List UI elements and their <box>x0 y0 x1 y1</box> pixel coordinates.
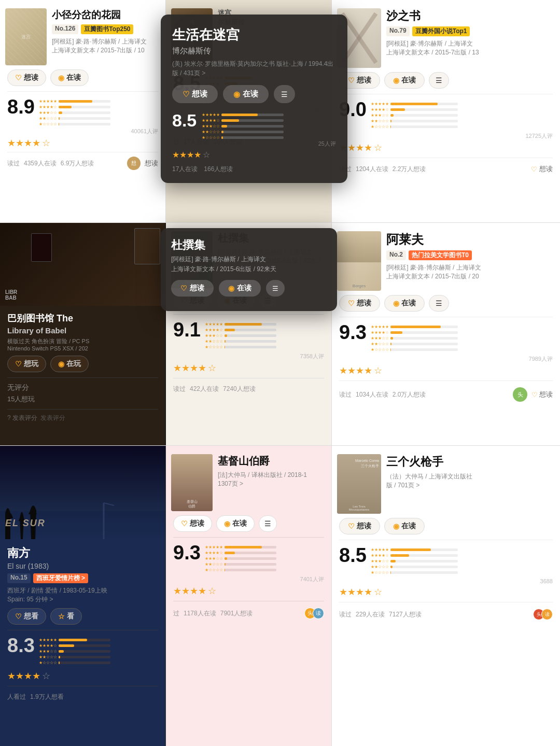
btn-see-nanfang[interactable]: ☆ 看 <box>50 608 82 625</box>
heart-icon: ♡ <box>15 74 22 82</box>
meta1-nanfang: 西班牙 / 剧情 爱情 / 1983-05-19上映 <box>7 586 158 595</box>
meta1-sanhuo: （法）大仲马 / 上海译文出版社 <box>386 472 553 481</box>
meta2-shazhi: 上海译文新文本 / 2015-7出版 / 13 <box>386 48 553 57</box>
card-alaife: Borges 阿莱夫 No.2 热门拉美文学图书T0 [阿根廷] 豪·路·博尔赫… <box>332 223 560 445</box>
overlay-btn-extra[interactable]: ☰ <box>274 85 295 103</box>
badge-num-shazhi: No.79 <box>386 26 410 36</box>
overlay-title: 生活在迷宫 <box>172 26 336 44</box>
overlay-btn-want[interactable]: ♡ 想读 <box>172 85 218 103</box>
badge-num-nanfang: No.15 <box>7 573 31 583</box>
overlay2-meta1: [阿根廷] 豪·路·博尔赫斯 / 上海译文 <box>171 255 327 264</box>
btn-want-nanfang[interactable]: ♡ 想看 <box>7 608 46 625</box>
want-play-babel: 15人想玩 <box>7 395 158 404</box>
meta2-sanhuo: 版 / 701页 > <box>386 481 553 490</box>
btn-extra-jidushan[interactable]: ☰ <box>259 515 277 532</box>
book-thumb-alaife: Borges <box>337 231 381 291</box>
badge-tag-alaife: 热门拉美文学图书T0 <box>409 250 472 260</box>
no-score-babel: 无评分 <box>7 383 158 392</box>
btn-extra-shazhi[interactable]: ☰ <box>429 72 449 89</box>
overlay-meta: (美) 埃米尔·罗德里格斯·莫内加尔之书 版社·上海 / 1994.4出版 / … <box>172 59 336 78</box>
meta2-babel: Nintendo Switch PS5 XSX / 202 <box>7 345 158 351</box>
card-jidushanbo: 基督山伯爵 基督山伯爵 [法]大仲马 / 译林出版社 / 2018-1 1307… <box>166 446 332 746</box>
overlay2-btn-extra[interactable]: ☰ <box>266 280 285 297</box>
meta2-jidushan: 1307页 > <box>218 480 324 488</box>
overlay2-meta2: 上海译文新文本 / 2015-6出版 / 92来天 <box>171 265 327 274</box>
overlay-shenghuo: 生活在迷宫 博尔赫斯传 (美) 埃米尔·罗德里格斯·莫内加尔之书 版社·上海 /… <box>161 15 347 183</box>
card-xiaojing: 迷宫 小径分岔的花园 No.126 豆瓣图书Top250 [阿根廷] 豪·路·博… <box>0 0 166 222</box>
card-title-nanfang: 南方 <box>7 545 158 561</box>
meta2-nanfang: Spain: 95 分钟 > <box>7 595 158 604</box>
badge-num-alaife: No.2 <box>386 250 406 260</box>
card-sanhuo: Marcelo Corea三个火枪手 Les TroisMousquetaire… <box>332 446 560 746</box>
meta1-jidushan: [法]大仲马 / 译林出版社 / 2018-1 <box>218 471 324 480</box>
btn-reading-jidushan[interactable]: ◉ 在读 <box>216 515 255 532</box>
meta2-alaife: 上海译文新文本 / 2015-7出版 / 20 <box>386 272 553 281</box>
overlay2-btn-want[interactable]: ♡ 想读 <box>171 280 214 297</box>
review-count-xiaojing: 40061人评 <box>131 128 158 135</box>
meta2-xiaojing: 上海译文新文本 / 2015-7出版 / 10 <box>52 46 158 55</box>
meta1-alaife: [阿根廷] 豪·路·博尔赫斯 / 上海译文 <box>386 263 553 272</box>
overlay-btn-read[interactable]: ◉ 在读 <box>223 85 269 103</box>
want-read-btn[interactable]: 想读 <box>145 159 158 168</box>
card-title-shazhishu: 沙之书 <box>386 8 553 24</box>
badge-tag-shazhi: 豆瓣外国小说Top1 <box>412 26 470 36</box>
btn-reading-xiaojing[interactable]: ◉ 在读 <box>50 69 89 86</box>
card-title-xiaojing: 小径分岔的花园 <box>52 8 158 22</box>
overlay2-btn-read[interactable]: ◉ 在读 <box>219 280 261 297</box>
btn-want-jidushan[interactable]: ♡ 想读 <box>173 515 212 532</box>
btn-want-xiaojing[interactable]: ♡ 想读 <box>7 69 46 86</box>
score-hint-babel: ? 发表评分 <box>7 414 37 423</box>
card-nanfang: EL SUR 南方 El sur (1983) No.15 西班牙爱情片榜 > … <box>0 446 166 746</box>
avatar-placeholder: 想 <box>127 157 141 170</box>
card-subtitle-babel: Library of Babel <box>7 326 158 335</box>
card-title-jidushan: 基督山伯爵 <box>218 454 324 468</box>
overlay2-title: 杜撰集 <box>171 237 327 253</box>
btn-playing-babel[interactable]: ◉ 在玩 <box>50 356 89 372</box>
btn-extra-alaife[interactable]: ☰ <box>429 295 449 312</box>
meta1-shazhi: [阿根廷] 豪·博尔赫斯 / 上海译文 <box>386 39 553 48</box>
card-babellib: LIBR BAB 巴别图书馆 The Library of Babel 横版过关… <box>0 223 166 445</box>
overlay-duzanji-popup: 杜撰集 [阿根廷] 豪·路·博尔赫斯 / 上海译文 上海译文新文本 / 2015… <box>161 228 337 311</box>
overlay-subtitle: 博尔赫斯传 <box>172 46 336 56</box>
svg-line-3 <box>104 503 114 505</box>
badge-tag-xiaojing: 豆瓣图书Top250 <box>81 24 133 34</box>
star-bars-xiaojing: ★★★★★ ★★★★☆ ★★★☆☆ ★★☆☆☆ ★☆☆☆☆ <box>39 99 158 126</box>
rating-xiaojing: 8.9 <box>7 97 35 117</box>
card-title-babel: 巴别图书馆 The <box>7 312 158 325</box>
circle-icon: ◉ <box>58 74 64 82</box>
meta1-babel: 横版过关 角色扮演 冒险 / PC PS <box>7 337 158 345</box>
badge-num-xiaojing: No.126 <box>52 24 78 34</box>
btn-reading-alaife[interactable]: ◉ 在读 <box>384 295 425 312</box>
read-over-xiaojing: 读过 <box>7 159 20 168</box>
card-title-alaife: 阿莱夫 <box>386 231 553 248</box>
book-thumb-sanhuo: Marcelo Corea三个火枪手 Les TroisMousquetaire… <box>337 454 381 514</box>
want-read-xiaojing: 6.9万人想读 <box>61 159 94 168</box>
card-subtitle-nanfang: El sur (1983) <box>7 562 158 570</box>
btn-reading-sanhuo[interactable]: ◉ 在读 <box>384 518 425 534</box>
btn-reading-shazhi[interactable]: ◉ 在读 <box>384 72 425 89</box>
reading-xiaojing: 4359人在读 <box>24 159 57 168</box>
badge-tag-nanfang: 西班牙爱情片榜 > <box>33 573 88 583</box>
meta1-xiaojing: [阿根廷] 豪·路·博尔赫斯 / 上海译文 <box>52 37 158 46</box>
card-shazhishu: 沙之书 No.79 豆瓣外国小说Top1 [阿根廷] 豪·博尔赫斯 / 上海译文… <box>332 0 560 222</box>
book-thumb-jidushan: 基督山伯爵 <box>171 454 213 511</box>
btn-want-babel[interactable]: ♡ 想玩 <box>7 356 46 372</box>
book-thumb-xiaojing: 迷宫 <box>5 8 47 65</box>
btn-want-alaife[interactable]: ♡ 想读 <box>339 295 380 312</box>
card-title-sanhuo: 三个火枪手 <box>386 454 553 470</box>
btn-want-sanhuo[interactable]: ♡ 想读 <box>339 518 380 534</box>
